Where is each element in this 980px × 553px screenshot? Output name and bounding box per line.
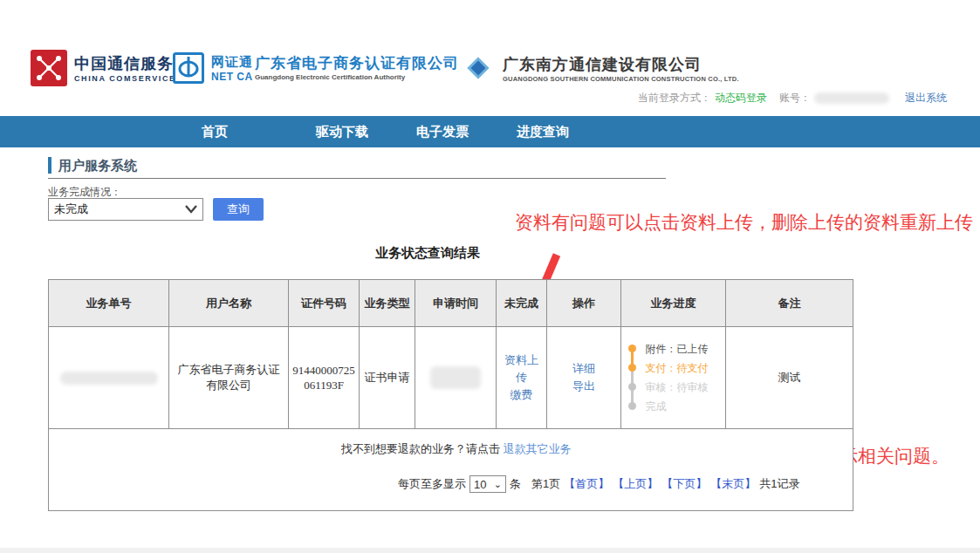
cell-user-name: 广东省电子商务认证有限公司 <box>169 327 289 429</box>
total-records: 共1记录 <box>759 476 799 492</box>
nav-item-driver-download[interactable]: 驱动下载 <box>316 116 368 147</box>
next-page-link[interactable]: 【下页】 <box>661 476 707 492</box>
logo-title: 广东省电子商务认证有限公司 <box>255 53 459 73</box>
logo-china-comservice: 中国通信服务 CHINA COMSERVICE <box>31 50 176 86</box>
refund-other-business-link[interactable]: 退款其它业务 <box>504 442 572 455</box>
prev-page-link[interactable]: 【上页】 <box>613 476 658 492</box>
page-size-unit: 条 <box>510 476 521 492</box>
col-apply-time: 申请时间 <box>415 280 497 327</box>
page-size-value: 10 <box>474 478 486 491</box>
last-page-link[interactable]: 【末页】 <box>710 476 756 492</box>
col-remark: 备注 <box>726 280 853 327</box>
progress-step-payment: 支付：待支付 <box>646 362 709 374</box>
cell-progress: 附件：已上传 支付：待支付 审核：待审核 完成 <box>621 327 726 429</box>
page-size-label: 每页至多显示 <box>398 476 466 492</box>
refund-prompt: 找不到想要退款的业务？请点击 <box>341 442 504 455</box>
select-value: 未完成 <box>54 201 88 217</box>
progress-dot-current <box>628 364 636 372</box>
col-biz-type: 业务类型 <box>360 280 415 327</box>
cell-incomplete: 资料上传 缴费 <box>497 327 547 429</box>
logo-title: 广东南方通信建设有限公司 <box>503 54 739 75</box>
southern-diamond-icon <box>461 51 496 85</box>
logo-title: 中国通信服务 <box>74 53 176 74</box>
progress-dot-done <box>628 345 636 352</box>
pagination: 每页至多显示 10 ⌄ 条 第1页 【首页】 【上页】 【下页】 【末页】 共1… <box>398 475 799 493</box>
order-no-redacted <box>60 372 158 385</box>
page-title: 用户服务系统 <box>48 157 137 174</box>
logo-subtitle: GUANGDONG SOUTHERN COMMUNICATION CONSTRU… <box>503 75 739 83</box>
table-row: 广东省电子商务认证有限公司 91440000725061193F 证书申请 资料… <box>49 327 853 429</box>
col-cert-no: 证件号码 <box>289 280 360 327</box>
chevron-down-icon: ⌄ <box>494 479 502 490</box>
pay-fee-link[interactable]: 缴费 <box>511 386 533 404</box>
progress-dot-pending <box>628 383 636 391</box>
login-method-label: 当前登录方式： <box>638 91 711 106</box>
completion-status-select[interactable]: 未完成 <box>48 198 203 221</box>
cell-order-no <box>49 327 169 429</box>
cell-cert-no: 91440000725061193F <box>289 327 360 429</box>
chevron-down-icon <box>185 205 197 214</box>
col-progress: 业务进度 <box>621 280 726 327</box>
first-page-link[interactable]: 【首页】 <box>564 476 609 492</box>
nav-item-einvoice[interactable]: 电子发票 <box>416 116 469 147</box>
col-order-no: 业务单号 <box>49 280 169 327</box>
cell-remark: 测试 <box>726 327 853 429</box>
apply-time-redacted <box>430 366 481 389</box>
business-status-table: 业务单号 用户名称 证件号码 业务类型 申请时间 未完成 操作 业务进度 备注 … <box>48 279 853 511</box>
main-nav: 首页 驱动下载 电子发票 进度查询 <box>0 116 980 147</box>
bottom-strip <box>0 548 980 553</box>
account-value-redacted <box>814 92 889 104</box>
progress-step-review: 审核：待审核 <box>646 381 709 393</box>
col-operation: 操作 <box>547 280 621 327</box>
progress-timeline: 附件：已上传 支付：待支付 审核：待审核 完成 <box>628 339 719 416</box>
logo-gdca: 广东省电子商务认证有限公司 Guangdong Electronic Certi… <box>255 53 459 81</box>
export-link[interactable]: 导出 <box>572 378 595 395</box>
china-comservice-icon <box>31 50 67 86</box>
progress-dot-pending <box>628 402 636 410</box>
login-status-bar: 当前登录方式： 动态码登录 账号： 退出系统 <box>638 91 947 106</box>
logo-title: 网证通 <box>211 54 253 71</box>
col-incomplete: 未完成 <box>497 280 547 327</box>
page-size-select[interactable]: 10 ⌄ <box>469 475 506 493</box>
nav-item-home[interactable]: 首页 <box>202 116 228 147</box>
login-method-value: 动态码登录 <box>715 91 767 106</box>
detail-link[interactable]: 详细 <box>572 360 595 378</box>
account-label: 账号： <box>779 91 811 106</box>
progress-step-attachment: 附件：已上传 <box>646 343 709 355</box>
table-title: 业务状态查询结果 <box>332 245 524 262</box>
section-divider <box>48 178 666 179</box>
progress-step-complete: 完成 <box>646 400 667 413</box>
nav-item-progress-query[interactable]: 进度查询 <box>517 116 569 147</box>
logout-link[interactable]: 退出系统 <box>905 91 947 106</box>
table-header-row: 业务单号 用户名称 证件号码 业务类型 申请时间 未完成 操作 业务进度 备注 <box>49 280 853 327</box>
logo-subtitle: Guangdong Electronic Certification Autho… <box>255 73 459 81</box>
cell-operation: 详细 导出 <box>547 327 621 429</box>
cell-apply-time <box>415 327 497 429</box>
cell-biz-type: 证书申请 <box>360 327 415 429</box>
logo-subtitle: CHINA COMSERVICE <box>74 74 176 83</box>
table-footer: 找不到想要退款的业务？请点击 退款其它业务 每页至多显示 10 ⌄ 条 第1页 … <box>49 429 853 510</box>
current-page: 第1页 <box>531 476 560 492</box>
query-button[interactable]: 查询 <box>213 198 264 221</box>
upload-material-link[interactable]: 资料上传 <box>500 352 543 386</box>
refund-line: 找不到想要退款的业务？请点击 退款其它业务 <box>341 441 572 457</box>
col-user-name: 用户名称 <box>169 280 289 327</box>
logo-netca: 网证通 NET CA <box>173 52 253 84</box>
logo-southern: 广东南方通信建设有限公司 GUANGDONG SOUTHERN COMMUNIC… <box>461 51 739 85</box>
netca-icon <box>173 52 204 84</box>
annotation-upload-note: 资料有问题可以点击资料上传，删除上传的资料重新上传 <box>515 209 977 235</box>
logo-subtitle: NET CA <box>211 71 253 83</box>
